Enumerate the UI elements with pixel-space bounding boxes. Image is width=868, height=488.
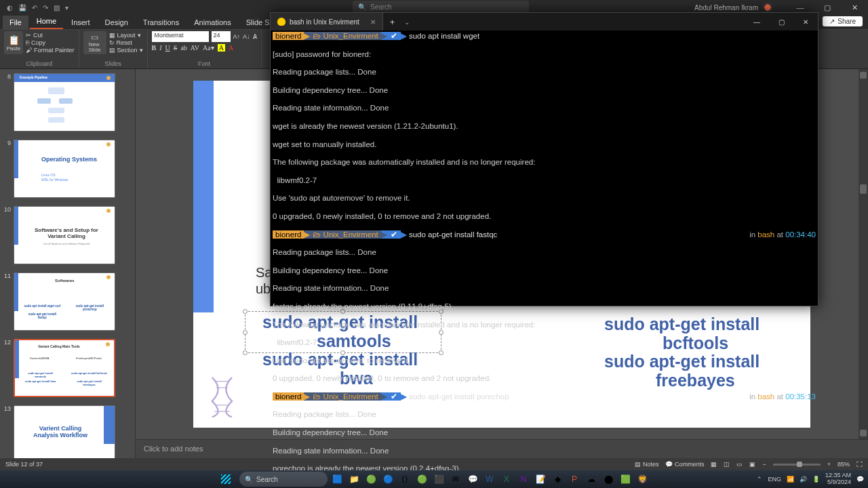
slide-thumb-8[interactable]: 8 Example Pipeline: [0, 69, 135, 136]
slide-thumb-12[interactable]: 12 Variant Calling Main Tools Samtools&B…: [0, 335, 135, 401]
windows-taskbar: 🔍Search 🟦 📁 🟢 🔵 ⟨⟩ 🟢 ⬛ ✉ 💬 W X N 📝 ◆ P ☁…: [0, 470, 868, 488]
search-box[interactable]: 🔍 Search: [353, 1, 529, 13]
taskbar-powerpoint-icon[interactable]: P: [567, 472, 582, 487]
terminal-minimize-button[interactable]: —: [745, 18, 769, 26]
terminal-close-button[interactable]: ✕: [793, 18, 818, 26]
decrease-font-icon[interactable]: A↓: [243, 33, 250, 40]
highlight-button[interactable]: A: [218, 44, 225, 52]
terminal-new-tab-button[interactable]: +: [383, 17, 402, 27]
redo-icon[interactable]: ↷: [43, 4, 48, 12]
save-icon[interactable]: 💾: [18, 4, 26, 12]
terminal-window: bash in Unix Envirment ✕ + ⌄ — ▢ ✕ bione…: [270, 12, 818, 306]
italic-button[interactable]: I: [159, 44, 161, 52]
taskbar-battery-icon[interactable]: 🔋: [812, 476, 820, 483]
tab-home[interactable]: Home: [30, 14, 63, 29]
dna-helix-icon: [208, 373, 256, 421]
tab-file[interactable]: File: [3, 16, 28, 29]
pp-maximize-button[interactable]: ▢: [814, 3, 841, 12]
strike-button[interactable]: S: [174, 44, 178, 52]
taskbar-app-icon[interactable]: 🔵: [380, 472, 395, 487]
layout-button[interactable]: ▦Layout▾: [109, 32, 143, 39]
taskbar-camtasia-icon[interactable]: 🟩: [618, 472, 633, 487]
tab-insert[interactable]: Insert: [64, 16, 97, 29]
increase-font-icon[interactable]: A↑: [233, 33, 241, 40]
terminal-tab[interactable]: bash in Unix Envirment ✕: [271, 13, 383, 30]
underline-button[interactable]: U: [165, 44, 170, 52]
search-icon: 🔍: [245, 476, 253, 483]
taskbar-brave-icon[interactable]: 🦁: [635, 472, 650, 487]
section-button[interactable]: ▤Section▾: [109, 47, 143, 54]
slides-label: Slides: [83, 60, 143, 67]
terminal-maximize-button[interactable]: ▢: [769, 18, 793, 26]
terminal-tab-close-icon[interactable]: ✕: [370, 18, 376, 26]
taskbar-notifications-icon[interactable]: 💬: [856, 476, 864, 483]
bold-button[interactable]: B: [152, 44, 157, 52]
pp-close-button[interactable]: ✕: [841, 3, 868, 12]
font-color-button[interactable]: A: [229, 44, 233, 52]
zoom-in-button[interactable]: +: [827, 461, 831, 468]
taskbar-edge-icon[interactable]: 🟢: [363, 472, 378, 487]
paste-button[interactable]: 📋 Paste: [4, 31, 23, 54]
taskbar-clock[interactable]: 12:35 AM 5/9/2024: [825, 472, 851, 486]
cut-button[interactable]: ✂Cut: [26, 32, 75, 39]
slide-thumb-9[interactable]: 9 Operating Systems Linux OS WSL for Win…: [0, 136, 135, 202]
shadow-button[interactable]: ab: [180, 44, 186, 52]
taskbar-word-icon[interactable]: W: [482, 472, 497, 487]
terminal-output[interactable]: bionerd▶🗁 Unix_Envirment▶✔▶ sudo apt ins…: [271, 30, 818, 488]
fit-to-window-icon[interactable]: ⛶: [856, 461, 863, 468]
slide-thumb-11[interactable]: 11 Softwares sudo apt install wget curl …: [0, 268, 135, 335]
autosave-icon[interactable]: ◐: [7, 4, 13, 12]
taskbar-notepad-icon[interactable]: 📝: [533, 472, 548, 487]
taskbar-widgets-icon[interactable]: 🟦: [330, 472, 344, 487]
taskbar-chrome-icon[interactable]: ⬤: [601, 472, 616, 487]
taskbar-dev-icon[interactable]: ◆: [550, 472, 565, 487]
taskbar-mail-icon[interactable]: ✉: [448, 472, 463, 487]
reset-button[interactable]: ↻Reset: [109, 39, 143, 46]
taskbar-discord-icon[interactable]: 💬: [465, 472, 480, 487]
font-name-select[interactable]: Montserrat: [152, 31, 209, 42]
share-button[interactable]: ↗ Share: [823, 16, 863, 26]
slide-thumb-10[interactable]: 10 Software's and Setup for Variant Call…: [0, 202, 135, 268]
slide-thumb-13[interactable]: 13 Varient Calling Analysis Workflow: [0, 401, 135, 458]
start-icon[interactable]: ▨: [54, 4, 60, 12]
tab-transitions[interactable]: Transitions: [136, 16, 186, 29]
taskbar-onedrive-icon[interactable]: ☁: [584, 472, 599, 487]
canvas-scrollbar[interactable]: [859, 69, 868, 439]
taskbar-excel-icon[interactable]: X: [499, 472, 514, 487]
slide-blue-strip: [193, 81, 214, 312]
share-icon: ↗: [829, 18, 835, 25]
taskbar-language-icon[interactable]: ENG: [768, 476, 781, 483]
taskbar-tray-chevron-icon[interactable]: ⌃: [757, 476, 762, 483]
tab-animations[interactable]: Animations: [187, 16, 237, 29]
taskbar-spotify-icon[interactable]: 🟢: [414, 472, 429, 487]
search-icon: 🔍: [358, 3, 366, 11]
taskbar-vscode-icon[interactable]: ⟨⟩: [397, 472, 412, 487]
char-spacing-button[interactable]: AV: [191, 44, 199, 52]
font-size-select[interactable]: 24: [212, 31, 231, 42]
pp-minimize-button[interactable]: —: [787, 3, 814, 12]
change-case-button[interactable]: Aa▾: [203, 44, 214, 52]
taskbar-terminal-icon[interactable]: ⬛: [431, 472, 446, 487]
taskbar-search[interactable]: 🔍Search: [239, 472, 328, 487]
format-painter-button[interactable]: 🖌Format Painter: [26, 47, 75, 54]
resize-handle-sw[interactable]: [243, 350, 248, 355]
start-button[interactable]: [218, 472, 233, 487]
font-label: Font: [152, 60, 257, 67]
qat-dropdown-icon[interactable]: ▾: [65, 4, 68, 12]
zoom-level[interactable]: 85%: [837, 461, 850, 468]
taskbar-onenote-icon[interactable]: N: [516, 472, 531, 487]
undo-icon[interactable]: ↶: [32, 4, 37, 12]
resize-handle-nw[interactable]: [243, 309, 248, 314]
partial-text-2: ub: [256, 281, 271, 297]
copy-button[interactable]: ⎘Copy: [26, 39, 75, 46]
clear-format-icon[interactable]: A̷: [253, 33, 257, 40]
taskbar-wifi-icon[interactable]: 📶: [787, 476, 794, 483]
slide-thumbnails-panel[interactable]: 8 Example Pipeline 9 Operating Systems L…: [0, 69, 136, 458]
taskbar-explorer-icon[interactable]: 📁: [347, 472, 361, 487]
tab-design[interactable]: Design: [98, 16, 135, 29]
user-account[interactable]: Abdul Rehman Ikram: [694, 2, 773, 13]
terminal-tab-dropdown-icon[interactable]: ⌄: [401, 18, 412, 26]
taskbar-volume-icon[interactable]: 🔊: [800, 476, 807, 483]
resize-handle-w[interactable]: [243, 330, 248, 335]
new-slide-button[interactable]: ▭ New Slide: [83, 31, 106, 54]
